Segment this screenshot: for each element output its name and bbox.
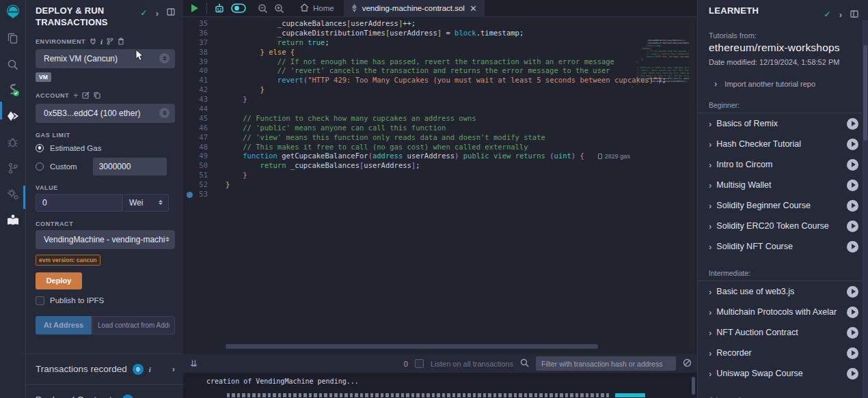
tutorial-item[interactable]: ›Uniswap Swap Course bbox=[709, 363, 858, 384]
git-icon[interactable] bbox=[4, 160, 22, 176]
transactions-recorded-row[interactable]: Transactions recorded 0 i › bbox=[26, 354, 183, 384]
tutorial-item[interactable]: ›Solidity NFT Course bbox=[709, 236, 858, 257]
code-line[interactable]: _cupcakeDistributionTimes[userAddress] =… bbox=[226, 29, 697, 38]
code-line[interactable] bbox=[226, 190, 697, 199]
play-tutorial-button[interactable] bbox=[847, 241, 858, 253]
search-icon[interactable] bbox=[4, 56, 22, 72]
pin-panel-icon[interactable] bbox=[167, 8, 175, 18]
play-tutorial-button[interactable] bbox=[847, 159, 858, 171]
code-line[interactable]: } bbox=[226, 95, 697, 104]
publish-ipfs-checkbox[interactable] bbox=[36, 296, 44, 305]
add-account-icon[interactable]: + bbox=[73, 91, 78, 100]
line-number[interactable]: 38 bbox=[183, 48, 226, 57]
deployed-contracts-row[interactable]: Deployed Contracts 0 bbox=[26, 384, 183, 398]
fork-icon[interactable] bbox=[107, 38, 113, 45]
environment-select[interactable]: Remix VM (Cancun) bbox=[36, 49, 175, 68]
line-number[interactable]: 36 bbox=[183, 29, 226, 38]
account-select[interactable]: 0x5B3...eddC4 (100 ether) bbox=[36, 104, 175, 123]
tutorial-item[interactable]: ›Intro to Circom bbox=[709, 154, 858, 175]
line-number[interactable]: 47 bbox=[183, 133, 226, 143]
contract-select[interactable]: VendingMachine - vending-machin bbox=[36, 230, 175, 249]
copilot-toggle-icon[interactable] bbox=[231, 3, 246, 13]
editor-vertical-scrollbar[interactable] bbox=[689, 17, 697, 354]
terminal-scrollbar[interactable] bbox=[692, 377, 695, 395]
zoom-in-icon[interactable] bbox=[274, 3, 284, 14]
code-line[interactable]: // If not enough time has passed, revert… bbox=[226, 57, 697, 67]
editor-horizontal-scrollbar[interactable] bbox=[226, 344, 598, 349]
chevron-right-icon[interactable]: › bbox=[172, 364, 175, 374]
code-line[interactable]: function getCupcakeBalanceFor(address us… bbox=[226, 152, 697, 161]
line-number[interactable]: 37 bbox=[183, 38, 226, 48]
line-number[interactable]: 43 bbox=[183, 95, 226, 104]
line-number[interactable]: 41 bbox=[183, 76, 226, 85]
listen-all-checkbox[interactable] bbox=[415, 359, 424, 368]
plug-icon[interactable] bbox=[90, 38, 96, 45]
expand-panel-icon[interactable]: › bbox=[839, 10, 842, 19]
code-line[interactable]: } else { bbox=[226, 48, 697, 57]
debug-button[interactable] bbox=[615, 393, 645, 397]
line-number[interactable]: 49 bbox=[183, 152, 226, 161]
breakpoint-dot[interactable] bbox=[187, 192, 193, 198]
line-number[interactable]: 46 bbox=[183, 124, 226, 133]
run-script-icon[interactable] bbox=[191, 4, 198, 12]
tab-home[interactable]: Home bbox=[290, 0, 344, 17]
code-line[interactable]: _cupcakeBalances[userAddress]++; bbox=[226, 19, 697, 29]
line-number[interactable]: 45 bbox=[183, 114, 226, 124]
line-number[interactable]: 42 bbox=[183, 85, 226, 95]
code-line[interactable]: // 'public' means anyone can call this f… bbox=[226, 124, 697, 133]
terminal-filter-input[interactable] bbox=[536, 356, 676, 371]
expand-panel-icon[interactable]: › bbox=[156, 9, 159, 18]
debugger-icon[interactable] bbox=[4, 134, 22, 150]
tutorial-item[interactable]: ›Multisig Wallet bbox=[709, 175, 858, 195]
collapse-terminal-icon[interactable]: ⇊ bbox=[190, 358, 198, 369]
tutorial-item[interactable]: ›Recorder bbox=[709, 343, 858, 363]
value-unit-select[interactable]: Wei bbox=[124, 194, 169, 212]
sign-message-icon[interactable] bbox=[82, 91, 90, 99]
code-line[interactable]: // 'view' means this function only reads… bbox=[226, 133, 697, 143]
value-input[interactable] bbox=[36, 194, 123, 212]
line-number[interactable]: 40 bbox=[183, 66, 226, 76]
code-editor[interactable]: 35363738394041424344454647484950515253 _… bbox=[183, 17, 697, 354]
line-number[interactable]: 48 bbox=[183, 143, 226, 152]
line-number[interactable]: 51 bbox=[183, 171, 226, 180]
code-line[interactable]: } bbox=[226, 85, 697, 95]
clear-console-icon[interactable] bbox=[683, 358, 692, 370]
tutorial-item[interactable]: ›NFT Auction Contract bbox=[709, 322, 858, 343]
deploy-run-icon[interactable] bbox=[4, 108, 22, 124]
terminal-output[interactable]: creation of VendingMachine pending... bbox=[183, 373, 697, 398]
import-tutorial-row[interactable]: › Import another tutorial repo bbox=[714, 79, 858, 89]
settings-icon[interactable] bbox=[4, 186, 22, 202]
play-tutorial-button[interactable] bbox=[847, 286, 858, 298]
tutorial-item[interactable]: ›Basic use of web3.js bbox=[709, 281, 858, 302]
file-explorer-icon[interactable] bbox=[4, 30, 22, 46]
play-tutorial-button[interactable] bbox=[847, 307, 858, 318]
copy-account-icon[interactable] bbox=[94, 91, 100, 99]
code-line[interactable]: return true; bbox=[226, 38, 697, 48]
panel-scrollbar-thumb[interactable] bbox=[863, 45, 867, 141]
custom-gas-input[interactable] bbox=[93, 158, 167, 175]
play-tutorial-button[interactable] bbox=[847, 221, 858, 232]
play-tutorial-button[interactable] bbox=[847, 200, 858, 212]
custom-gas-radio[interactable] bbox=[36, 162, 44, 171]
at-address-input[interactable] bbox=[92, 316, 175, 335]
tutorial-item[interactable]: ›Solidity ERC20 Token Course bbox=[709, 216, 858, 236]
line-number[interactable]: 39 bbox=[183, 57, 226, 67]
estimated-gas-radio[interactable] bbox=[36, 144, 44, 152]
remix-logo-icon[interactable] bbox=[4, 4, 22, 20]
tutorial-item[interactable]: ›Solidity Beginner Course bbox=[709, 195, 858, 216]
code-line[interactable]: revert("HTTP 429: Too Many Cupcakes (you… bbox=[226, 76, 697, 85]
line-number[interactable]: 44 bbox=[183, 104, 226, 114]
ai-copilot-icon[interactable] bbox=[214, 3, 225, 14]
panel-scrollbar-track[interactable] bbox=[863, 20, 868, 398]
code-line[interactable]: // Function to check how many cupcakes a… bbox=[226, 114, 697, 124]
info-icon[interactable]: i bbox=[100, 38, 103, 46]
tutorial-item[interactable]: ›Hash Checker Tutorial bbox=[709, 134, 858, 154]
tutorial-item[interactable]: ›Basics of Remix bbox=[709, 113, 858, 134]
code-line[interactable]: // This makes it free to call (no gas co… bbox=[226, 143, 697, 152]
solidity-compiler-icon[interactable] bbox=[4, 82, 22, 98]
trash-icon[interactable] bbox=[118, 38, 124, 45]
code-line[interactable]: return _cupcakeBalances[userAddress]; bbox=[226, 161, 697, 171]
play-tutorial-button[interactable] bbox=[847, 347, 858, 359]
play-tutorial-button[interactable] bbox=[847, 139, 858, 150]
deploy-button[interactable]: Deploy bbox=[36, 272, 82, 289]
